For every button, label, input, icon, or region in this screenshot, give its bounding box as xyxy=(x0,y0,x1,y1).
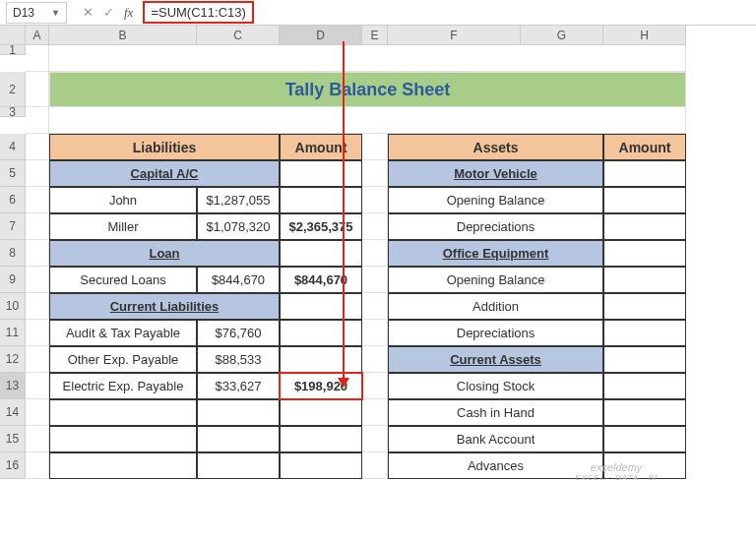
cell[interactable] xyxy=(26,160,49,187)
cell[interactable] xyxy=(26,452,49,479)
cell[interactable] xyxy=(603,426,686,452)
motor-subheader[interactable]: Motor Vehicle xyxy=(388,160,603,187)
cell[interactable] xyxy=(362,187,388,213)
cell[interactable] xyxy=(362,293,388,320)
cell[interactable] xyxy=(603,373,686,399)
cell[interactable] xyxy=(603,160,686,187)
cell[interactable] xyxy=(26,134,49,160)
enter-icon[interactable]: ✓ xyxy=(103,5,114,20)
cell[interactable]: Audit & Tax Payable xyxy=(49,320,197,346)
liabilities-header[interactable]: Liabilities xyxy=(49,134,280,160)
cell[interactable]: $1,287,055 xyxy=(197,187,280,213)
cell[interactable] xyxy=(26,267,49,293)
cell[interactable] xyxy=(280,293,362,320)
cell[interactable] xyxy=(362,426,388,452)
selected-cell[interactable]: $198,920 xyxy=(280,373,362,399)
office-subheader[interactable]: Office Equipment xyxy=(388,240,603,267)
col-header[interactable]: A xyxy=(26,26,49,45)
amount-header[interactable]: Amount xyxy=(280,134,362,160)
cell[interactable] xyxy=(280,452,362,479)
col-header[interactable]: H xyxy=(603,26,686,45)
row-header[interactable]: 4 xyxy=(0,134,26,160)
formula-input[interactable]: =SUM(C11:C13) xyxy=(143,1,253,24)
cell[interactable]: $76,760 xyxy=(197,320,280,346)
cell[interactable]: $88,533 xyxy=(197,346,280,373)
cell[interactable]: $844,670 xyxy=(280,267,362,293)
col-header[interactable]: D xyxy=(280,26,362,45)
cell[interactable]: $844,670 xyxy=(197,267,280,293)
row-header[interactable]: 3 xyxy=(0,107,26,117)
cell[interactable] xyxy=(280,187,362,213)
sheet-title[interactable]: Tally Balance Sheet xyxy=(49,72,686,107)
cell[interactable]: $2,365,375 xyxy=(280,213,362,240)
cell[interactable] xyxy=(197,399,280,426)
cell[interactable]: Depreciations xyxy=(388,213,603,240)
chevron-down-icon[interactable]: ▼ xyxy=(51,8,60,18)
cell[interactable] xyxy=(26,240,49,267)
cell[interactable] xyxy=(603,187,686,213)
row-header[interactable]: 2 xyxy=(0,72,26,107)
row-header[interactable]: 13 xyxy=(0,373,26,399)
loan-subheader[interactable]: Loan xyxy=(49,240,280,267)
cell[interactable] xyxy=(280,160,362,187)
cell[interactable] xyxy=(362,213,388,240)
col-header[interactable]: E xyxy=(362,26,388,45)
curliab-subheader[interactable]: Current Liabilities xyxy=(49,293,280,320)
row-header[interactable]: 15 xyxy=(0,426,26,452)
row-header[interactable]: 7 xyxy=(0,213,26,240)
cell[interactable]: Cash in Hand xyxy=(388,399,603,426)
row-header[interactable]: 1 xyxy=(0,45,26,55)
cell[interactable] xyxy=(362,267,388,293)
cell[interactable] xyxy=(362,346,388,373)
cell[interactable] xyxy=(26,187,49,213)
cell[interactable]: $33,627 xyxy=(197,373,280,399)
cell[interactable]: Opening Balance xyxy=(388,187,603,213)
cell[interactable] xyxy=(197,426,280,452)
cell[interactable] xyxy=(197,452,280,479)
cell[interactable]: Opening Balance xyxy=(388,267,603,293)
cell[interactable]: Miller xyxy=(49,213,197,240)
cell[interactable]: Closing Stock xyxy=(388,373,603,399)
cell[interactable] xyxy=(49,452,197,479)
cell[interactable] xyxy=(49,107,686,134)
row-header[interactable]: 9 xyxy=(0,267,26,293)
assets-header[interactable]: Assets xyxy=(388,134,603,160)
cell[interactable] xyxy=(362,160,388,187)
cell[interactable]: John xyxy=(49,187,197,213)
amount-header[interactable]: Amount xyxy=(603,134,686,160)
row-header[interactable]: 8 xyxy=(0,240,26,267)
cell[interactable] xyxy=(362,134,388,160)
cell[interactable] xyxy=(603,293,686,320)
cell[interactable] xyxy=(362,320,388,346)
cell[interactable] xyxy=(603,267,686,293)
cell[interactable] xyxy=(362,373,388,399)
row-header[interactable]: 14 xyxy=(0,399,26,426)
cell[interactable]: Addition xyxy=(388,293,603,320)
cell[interactable] xyxy=(362,399,388,426)
row-header[interactable]: 16 xyxy=(0,452,26,479)
cell[interactable] xyxy=(280,346,362,373)
cancel-icon[interactable]: ✕ xyxy=(83,5,94,20)
row-header[interactable]: 12 xyxy=(0,346,26,373)
fx-icon[interactable]: fx xyxy=(124,5,133,21)
col-header[interactable]: G xyxy=(521,26,603,45)
cell[interactable] xyxy=(280,399,362,426)
cell[interactable] xyxy=(26,45,49,72)
cell[interactable]: Bank Account xyxy=(388,426,603,452)
row-header[interactable]: 5 xyxy=(0,160,26,187)
curassets-subheader[interactable]: Current Assets xyxy=(388,346,603,373)
cell[interactable] xyxy=(49,399,197,426)
cell[interactable] xyxy=(280,426,362,452)
row-header[interactable]: 6 xyxy=(0,187,26,213)
cell[interactable] xyxy=(603,320,686,346)
cell[interactable]: Advances xyxy=(388,452,603,479)
cell[interactable]: $1,078,320 xyxy=(197,213,280,240)
cell[interactable] xyxy=(26,373,49,399)
cell[interactable] xyxy=(603,240,686,267)
cell[interactable] xyxy=(362,240,388,267)
cell[interactable] xyxy=(362,452,388,479)
cell[interactable] xyxy=(280,240,362,267)
cell[interactable] xyxy=(26,107,49,134)
cell[interactable]: Electric Exp. Payable xyxy=(49,373,197,399)
cell[interactable] xyxy=(49,45,686,72)
